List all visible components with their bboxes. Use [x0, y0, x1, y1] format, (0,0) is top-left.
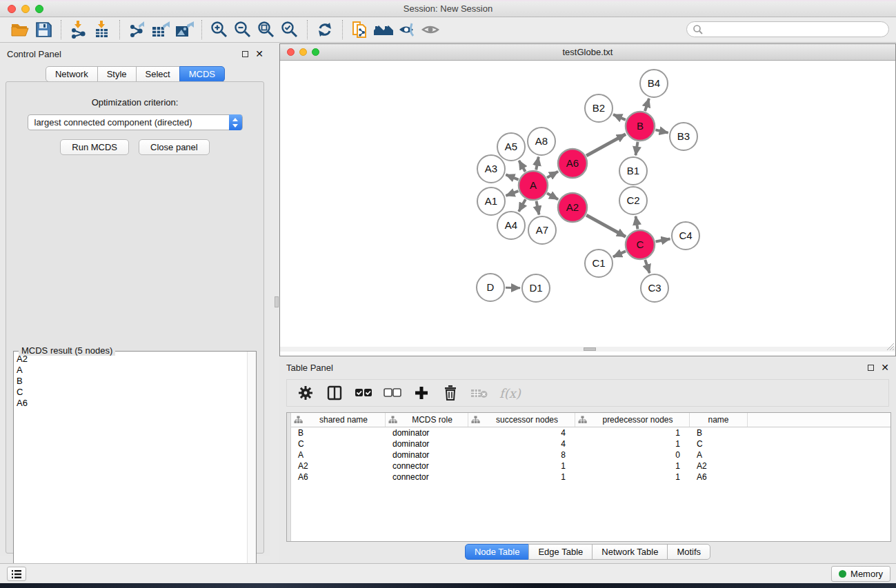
column-header-predecessor-nodes[interactable]: predecessor nodes	[575, 413, 690, 427]
task-history-button[interactable]	[7, 567, 26, 581]
graph-edge-A-A6[interactable]	[547, 172, 558, 178]
zoom-out-icon[interactable]	[231, 19, 255, 40]
table-float-panel-icon[interactable]	[868, 365, 874, 371]
select-all-checked-icon[interactable]	[355, 384, 372, 402]
graph-edge-A-A2[interactable]	[547, 193, 558, 199]
table-close-panel-icon[interactable]: ✕	[881, 365, 889, 371]
export-image-icon[interactable]	[172, 19, 196, 40]
column-header-successor-nodes[interactable]: successor nodes	[468, 413, 575, 427]
import-network-icon[interactable]	[67, 19, 90, 40]
float-panel-icon[interactable]	[242, 51, 248, 57]
mcds-result-item[interactable]: A6	[17, 398, 247, 409]
close-panel-icon[interactable]: ✕	[255, 51, 263, 57]
tab-network-table[interactable]: Network Table	[592, 544, 668, 560]
network-canvas[interactable]: B4B2BB3A5A8A6A3B1AA1C2A2A4A7C4CC1C3DD1	[280, 61, 895, 352]
network-home-icon[interactable]	[372, 19, 395, 40]
graph-node-A4[interactable]: A4	[497, 212, 525, 239]
graph-edge-C-C2[interactable]	[636, 216, 638, 230]
tab-edge-table[interactable]: Edge Table	[528, 544, 593, 560]
graph-node-A8[interactable]: A8	[528, 128, 555, 155]
network-minimize-button[interactable]	[299, 48, 307, 56]
graph-node-B3[interactable]: B3	[670, 123, 697, 150]
tab-motifs[interactable]: Motifs	[667, 544, 710, 560]
graph-node-D[interactable]: D	[477, 274, 504, 301]
tab-mcds[interactable]: MCDS	[179, 66, 225, 82]
graph-edge-A2-C[interactable]	[586, 215, 626, 236]
graph-edge-A6-B[interactable]	[586, 134, 626, 156]
graph-node-B2[interactable]: B2	[585, 94, 613, 122]
minimize-window-button[interactable]	[21, 5, 30, 13]
graph-edge-C-C4[interactable]	[656, 239, 670, 241]
close-panel-button[interactable]: Close panel	[139, 139, 210, 155]
graph-edge-C-C1[interactable]	[613, 251, 626, 256]
show-eye-icon[interactable]	[419, 19, 442, 40]
graph-edge-A-A1[interactable]	[506, 191, 519, 196]
graph-node-B[interactable]: B	[626, 112, 655, 141]
graph-edge-B-B2[interactable]	[613, 114, 626, 120]
add-column-icon[interactable]	[412, 384, 430, 402]
split-divider-handle[interactable]	[275, 296, 279, 307]
tab-select[interactable]: Select	[136, 66, 180, 82]
zoom-selected-icon[interactable]	[278, 19, 301, 40]
tab-network[interactable]: Network	[46, 66, 98, 82]
tab-style[interactable]: Style	[97, 66, 137, 82]
import-table-icon[interactable]	[90, 19, 114, 40]
network-hscroll-thumb[interactable]	[584, 347, 596, 351]
table-settings-gear-icon[interactable]	[297, 384, 315, 402]
table-row[interactable]: A2connector11A2	[291, 460, 890, 472]
graph-edge-A-A7[interactable]	[537, 201, 539, 215]
graph-edge-A-A5[interactable]	[519, 161, 525, 172]
network-graph[interactable]: B4B2BB3A5A8A6A3B1AA1C2A2A4A7C4CC1C3DD1	[280, 61, 895, 347]
graph-node-C[interactable]: C	[626, 230, 655, 259]
mcds-result-item[interactable]: A	[17, 365, 247, 376]
deselect-all-icon[interactable]	[384, 384, 401, 402]
graph-node-A3[interactable]: A3	[477, 155, 505, 183]
table-row[interactable]: Adominator80A	[291, 449, 890, 460]
refresh-layout-icon[interactable]	[313, 19, 337, 40]
export-table-icon[interactable]	[149, 19, 172, 40]
graph-node-B1[interactable]: B1	[619, 157, 647, 185]
duplicate-network-icon[interactable]	[348, 19, 372, 40]
mcds-result-item[interactable]: B	[17, 376, 247, 387]
network-hscrollbar[interactable]	[280, 347, 895, 352]
graph-node-D1[interactable]: D1	[522, 274, 550, 302]
graph-edge-C-C3[interactable]	[645, 260, 649, 273]
search-box[interactable]	[686, 21, 889, 37]
zoom-window-button[interactable]	[35, 5, 43, 13]
run-mcds-button[interactable]: Run MCDS	[60, 139, 129, 155]
graph-node-A2[interactable]: A2	[558, 193, 587, 222]
memory-button[interactable]: Memory	[831, 566, 890, 582]
graph-edge-B-B4[interactable]	[645, 99, 649, 111]
column-header-MCDS-role[interactable]: MCDS role	[386, 413, 468, 427]
graph-node-A6[interactable]: A6	[558, 149, 587, 178]
table-row[interactable]: Cdominator41C	[291, 438, 890, 449]
graph-edge-A-A8[interactable]	[536, 157, 539, 170]
optimization-criterion-dropdown[interactable]: largest connected component (directed)	[28, 114, 243, 130]
column-selector-icon[interactable]	[326, 384, 344, 402]
graph-node-A[interactable]: A	[519, 171, 548, 200]
resize-grip-icon[interactable]	[885, 341, 895, 351]
column-header-shared-name[interactable]: shared name	[291, 413, 386, 427]
network-zoom-button[interactable]	[312, 48, 319, 56]
graph-node-A5[interactable]: A5	[497, 133, 525, 161]
table-row[interactable]: A6connector11A6	[291, 472, 890, 483]
graph-edge-B-B3[interactable]	[655, 130, 668, 132]
graph-node-C3[interactable]: C3	[641, 274, 668, 302]
graph-node-B4[interactable]: B4	[640, 70, 668, 97]
graph-node-A7[interactable]: A7	[528, 216, 556, 244]
search-input[interactable]	[704, 22, 888, 37]
open-session-icon[interactable]	[8, 19, 32, 40]
graph-edge-B-B1[interactable]	[635, 142, 637, 156]
graph-node-C4[interactable]: C4	[672, 222, 699, 250]
delete-column-icon[interactable]	[441, 384, 459, 402]
graph-node-A1[interactable]: A1	[477, 187, 505, 215]
zoom-in-icon[interactable]	[208, 19, 231, 40]
tab-node-table[interactable]: Node Table	[465, 544, 530, 560]
zoom-fit-icon[interactable]	[255, 19, 278, 40]
result-scrollbar[interactable]	[247, 352, 256, 583]
graph-edge-A-A4[interactable]	[519, 199, 526, 212]
graph-node-C1[interactable]: C1	[585, 250, 613, 277]
export-network-icon[interactable]	[126, 19, 149, 40]
graph-node-C2[interactable]: C2	[619, 187, 647, 214]
close-window-button[interactable]	[8, 5, 16, 13]
